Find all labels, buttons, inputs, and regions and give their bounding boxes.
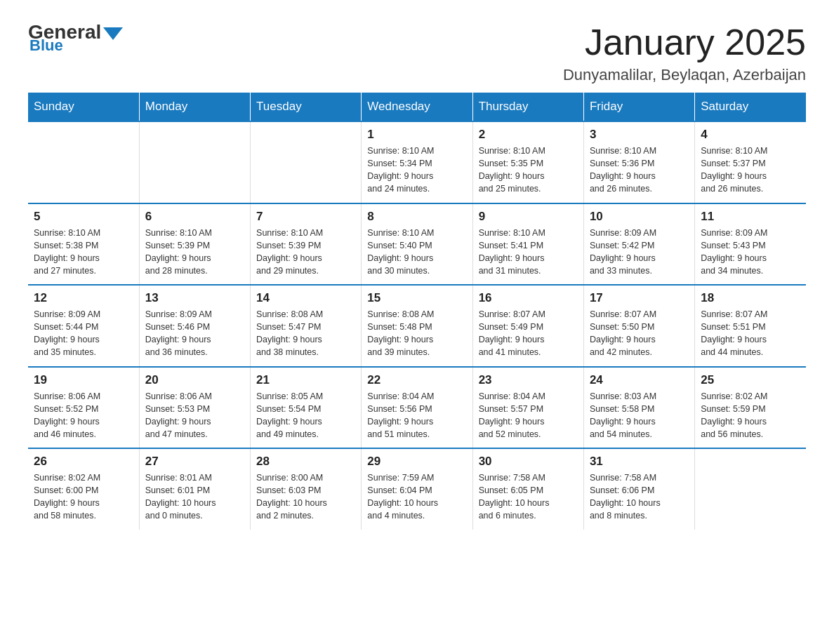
day-number: 20 bbox=[145, 373, 244, 387]
col-header-saturday: Saturday bbox=[695, 93, 806, 121]
day-info: Sunrise: 8:10 AMSunset: 5:34 PMDaylight:… bbox=[367, 145, 466, 196]
day-number: 31 bbox=[590, 455, 689, 469]
day-number: 1 bbox=[367, 128, 466, 142]
day-info: Sunrise: 8:07 AMSunset: 5:49 PMDaylight:… bbox=[479, 308, 578, 359]
col-header-thursday: Thursday bbox=[472, 93, 583, 121]
calendar-cell: 13Sunrise: 8:09 AMSunset: 5:46 PMDayligh… bbox=[139, 285, 250, 367]
day-number: 22 bbox=[367, 373, 466, 387]
calendar-cell: 25Sunrise: 8:02 AMSunset: 5:59 PMDayligh… bbox=[695, 367, 806, 449]
day-number: 30 bbox=[479, 455, 578, 469]
day-number: 25 bbox=[701, 373, 800, 387]
calendar-cell: 5Sunrise: 8:10 AMSunset: 5:38 PMDaylight… bbox=[28, 203, 139, 286]
day-info: Sunrise: 8:04 AMSunset: 5:56 PMDaylight:… bbox=[367, 390, 466, 441]
day-info: Sunrise: 8:07 AMSunset: 5:51 PMDaylight:… bbox=[701, 308, 800, 359]
col-header-wednesday: Wednesday bbox=[362, 93, 472, 121]
calendar-cell: 4Sunrise: 8:10 AMSunset: 5:37 PMDaylight… bbox=[695, 121, 806, 203]
day-info: Sunrise: 8:03 AMSunset: 5:58 PMDaylight:… bbox=[590, 390, 689, 441]
logo-arrow-icon bbox=[103, 27, 123, 40]
calendar-cell: 22Sunrise: 8:04 AMSunset: 5:56 PMDayligh… bbox=[362, 367, 472, 449]
day-number: 24 bbox=[590, 373, 689, 387]
day-number: 4 bbox=[701, 128, 800, 142]
title-section: January 2025 Dunyamalilar, Beylaqan, Aze… bbox=[563, 21, 806, 84]
day-number: 16 bbox=[479, 291, 578, 305]
calendar-cell: 3Sunrise: 8:10 AMSunset: 5:36 PMDaylight… bbox=[583, 121, 694, 203]
day-number: 14 bbox=[256, 291, 355, 305]
calendar-week-row: 12Sunrise: 8:09 AMSunset: 5:44 PMDayligh… bbox=[28, 285, 806, 367]
calendar-week-row: 26Sunrise: 8:02 AMSunset: 6:00 PMDayligh… bbox=[28, 448, 806, 530]
day-number: 2 bbox=[479, 128, 578, 142]
day-number: 10 bbox=[590, 210, 689, 224]
day-info: Sunrise: 7:58 AMSunset: 6:06 PMDaylight:… bbox=[590, 471, 689, 523]
calendar-cell: 26Sunrise: 8:02 AMSunset: 6:00 PMDayligh… bbox=[28, 448, 139, 530]
day-info: Sunrise: 8:05 AMSunset: 5:54 PMDaylight:… bbox=[256, 390, 355, 441]
logo-blue-text: Blue bbox=[28, 36, 63, 55]
col-header-sunday: Sunday bbox=[28, 93, 139, 121]
calendar-cell: 7Sunrise: 8:10 AMSunset: 5:39 PMDaylight… bbox=[251, 203, 362, 286]
day-info: Sunrise: 8:10 AMSunset: 5:40 PMDaylight:… bbox=[367, 227, 466, 278]
day-number: 26 bbox=[34, 455, 133, 469]
calendar-cell: 10Sunrise: 8:09 AMSunset: 5:42 PMDayligh… bbox=[583, 203, 694, 286]
day-info: Sunrise: 8:06 AMSunset: 5:53 PMDaylight:… bbox=[145, 390, 244, 441]
day-info: Sunrise: 8:10 AMSunset: 5:36 PMDaylight:… bbox=[590, 145, 689, 196]
day-info: Sunrise: 8:04 AMSunset: 5:57 PMDaylight:… bbox=[479, 390, 578, 441]
day-info: Sunrise: 8:08 AMSunset: 5:48 PMDaylight:… bbox=[367, 308, 466, 359]
day-info: Sunrise: 8:08 AMSunset: 5:47 PMDaylight:… bbox=[256, 308, 355, 359]
month-title: January 2025 bbox=[563, 21, 806, 63]
calendar-cell: 14Sunrise: 8:08 AMSunset: 5:47 PMDayligh… bbox=[251, 285, 362, 367]
day-info: Sunrise: 8:07 AMSunset: 5:50 PMDaylight:… bbox=[590, 308, 689, 359]
day-info: Sunrise: 8:06 AMSunset: 5:52 PMDaylight:… bbox=[34, 390, 133, 441]
calendar-cell: 23Sunrise: 8:04 AMSunset: 5:57 PMDayligh… bbox=[472, 367, 583, 449]
calendar-cell: 16Sunrise: 8:07 AMSunset: 5:49 PMDayligh… bbox=[472, 285, 583, 367]
day-number: 7 bbox=[256, 210, 355, 224]
calendar-cell: 27Sunrise: 8:01 AMSunset: 6:01 PMDayligh… bbox=[139, 448, 250, 530]
calendar-cell: 28Sunrise: 8:00 AMSunset: 6:03 PMDayligh… bbox=[251, 448, 362, 530]
day-info: Sunrise: 8:02 AMSunset: 5:59 PMDaylight:… bbox=[701, 390, 800, 441]
calendar-cell: 6Sunrise: 8:10 AMSunset: 5:39 PMDaylight… bbox=[139, 203, 250, 286]
day-info: Sunrise: 8:01 AMSunset: 6:01 PMDaylight:… bbox=[145, 471, 244, 523]
day-info: Sunrise: 8:09 AMSunset: 5:44 PMDaylight:… bbox=[34, 308, 133, 359]
calendar-cell: 31Sunrise: 7:58 AMSunset: 6:06 PMDayligh… bbox=[583, 448, 694, 530]
calendar-cell: 1Sunrise: 8:10 AMSunset: 5:34 PMDaylight… bbox=[362, 121, 472, 203]
day-info: Sunrise: 8:09 AMSunset: 5:42 PMDaylight:… bbox=[590, 227, 689, 278]
day-info: Sunrise: 8:10 AMSunset: 5:38 PMDaylight:… bbox=[34, 227, 133, 278]
calendar-cell: 19Sunrise: 8:06 AMSunset: 5:52 PMDayligh… bbox=[28, 367, 139, 449]
calendar-cell: 21Sunrise: 8:05 AMSunset: 5:54 PMDayligh… bbox=[251, 367, 362, 449]
day-info: Sunrise: 8:10 AMSunset: 5:35 PMDaylight:… bbox=[479, 145, 578, 196]
day-info: Sunrise: 8:10 AMSunset: 5:41 PMDaylight:… bbox=[479, 227, 578, 278]
calendar-cell: 29Sunrise: 7:59 AMSunset: 6:04 PMDayligh… bbox=[362, 448, 472, 530]
calendar-header-row: SundayMondayTuesdayWednesdayThursdayFrid… bbox=[28, 93, 806, 121]
day-number: 13 bbox=[145, 291, 244, 305]
calendar-cell: 17Sunrise: 8:07 AMSunset: 5:50 PMDayligh… bbox=[583, 285, 694, 367]
calendar-cell bbox=[28, 121, 139, 203]
page-header: General Blue January 2025 Dunyamalilar, … bbox=[28, 21, 806, 84]
calendar-cell: 15Sunrise: 8:08 AMSunset: 5:48 PMDayligh… bbox=[362, 285, 472, 367]
day-number: 29 bbox=[367, 455, 466, 469]
calendar-cell: 9Sunrise: 8:10 AMSunset: 5:41 PMDaylight… bbox=[472, 203, 583, 286]
day-number: 8 bbox=[367, 210, 466, 224]
day-info: Sunrise: 8:09 AMSunset: 5:43 PMDaylight:… bbox=[701, 227, 800, 278]
day-number: 6 bbox=[145, 210, 244, 224]
calendar-cell bbox=[251, 121, 362, 203]
day-number: 12 bbox=[34, 291, 133, 305]
day-info: Sunrise: 8:10 AMSunset: 5:39 PMDaylight:… bbox=[145, 227, 244, 278]
calendar-cell: 12Sunrise: 8:09 AMSunset: 5:44 PMDayligh… bbox=[28, 285, 139, 367]
day-number: 11 bbox=[701, 210, 800, 224]
calendar-cell: 20Sunrise: 8:06 AMSunset: 5:53 PMDayligh… bbox=[139, 367, 250, 449]
col-header-tuesday: Tuesday bbox=[251, 93, 362, 121]
calendar-cell: 2Sunrise: 8:10 AMSunset: 5:35 PMDaylight… bbox=[472, 121, 583, 203]
day-number: 9 bbox=[479, 210, 578, 224]
calendar-table: SundayMondayTuesdayWednesdayThursdayFrid… bbox=[28, 93, 806, 530]
day-info: Sunrise: 7:59 AMSunset: 6:04 PMDaylight:… bbox=[367, 471, 466, 523]
location: Dunyamalilar, Beylaqan, Azerbaijan bbox=[563, 66, 806, 84]
calendar-cell: 18Sunrise: 8:07 AMSunset: 5:51 PMDayligh… bbox=[695, 285, 806, 367]
calendar-cell: 11Sunrise: 8:09 AMSunset: 5:43 PMDayligh… bbox=[695, 203, 806, 286]
calendar-week-row: 19Sunrise: 8:06 AMSunset: 5:52 PMDayligh… bbox=[28, 367, 806, 449]
day-number: 19 bbox=[34, 373, 133, 387]
day-info: Sunrise: 8:02 AMSunset: 6:00 PMDaylight:… bbox=[34, 471, 133, 523]
day-number: 15 bbox=[367, 291, 466, 305]
day-number: 17 bbox=[590, 291, 689, 305]
day-info: Sunrise: 8:10 AMSunset: 5:37 PMDaylight:… bbox=[701, 145, 800, 196]
day-number: 28 bbox=[256, 455, 355, 469]
day-info: Sunrise: 8:00 AMSunset: 6:03 PMDaylight:… bbox=[256, 471, 355, 523]
logo: General Blue bbox=[28, 21, 123, 55]
